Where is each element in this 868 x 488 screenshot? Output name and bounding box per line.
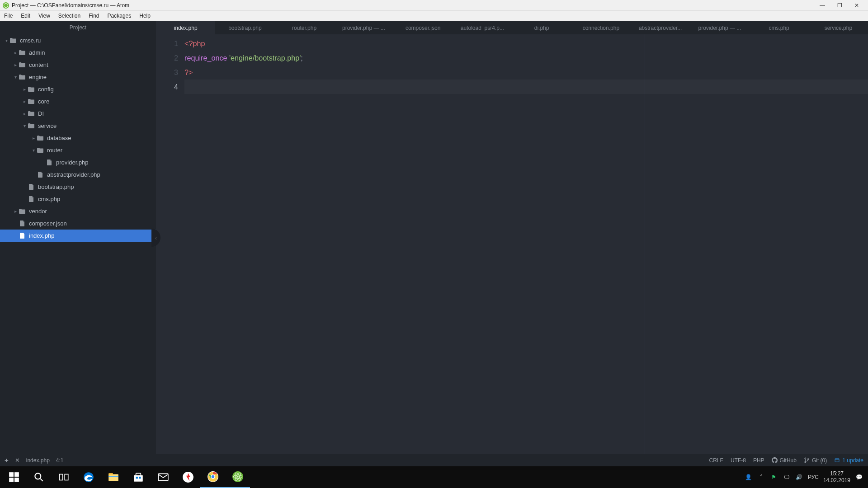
tray-language[interactable]: РУС [808, 474, 819, 480]
tab-abstractprovider-[interactable]: abstractprovider... [631, 21, 690, 34]
svg-rect-18 [139, 477, 141, 479]
folder-icon [18, 208, 26, 215]
taskbar-chrome[interactable] [200, 466, 225, 488]
menu-find[interactable]: Find [85, 11, 103, 21]
tree-item-service[interactable]: service [0, 120, 156, 132]
tree-item-vendor[interactable]: vendor [0, 205, 156, 217]
menu-packages[interactable]: Packages [104, 11, 136, 21]
taskbar-mail[interactable] [151, 466, 175, 488]
chevron-icon[interactable] [22, 99, 27, 104]
project-panel-header: Project [0, 21, 156, 33]
window-title: Project — C:\OSPanel\domains\cmse.ru — A… [12, 2, 814, 9]
tab-router-php[interactable]: router.php [275, 21, 334, 34]
tab-autoload-psr4-p-[interactable]: autoload_psr4.p... [453, 21, 512, 34]
tree-item-di[interactable]: DI [0, 108, 156, 120]
tree-item-label: DI [38, 110, 44, 117]
tab-provider-php-[interactable]: provider.php — ... [334, 21, 393, 34]
add-file-button[interactable]: + [5, 456, 9, 464]
wrap-guide [645, 34, 645, 454]
tray-notifications-icon[interactable]: 💬 [855, 474, 863, 480]
chevron-icon[interactable] [13, 50, 18, 55]
tree-item-composer-json[interactable]: composer.json [0, 217, 156, 230]
chevron-icon[interactable] [22, 123, 27, 128]
tree-item-admin[interactable]: admin [0, 47, 156, 59]
file-icon [18, 220, 26, 227]
window-close-button[interactable]: ✕ [848, 0, 865, 11]
tree-item-config[interactable]: config [0, 83, 156, 95]
code-token: ?> [184, 68, 193, 76]
tab-bootstrap-php[interactable]: bootstrap.php [215, 21, 274, 34]
taskbar-store[interactable] [126, 466, 151, 488]
tree-item-cms-php[interactable]: cms.php [0, 193, 156, 205]
taskbar-yandex[interactable] [175, 466, 200, 488]
tree-item-index-php[interactable]: index.php [0, 230, 156, 242]
tree-item-cmse-ru[interactable]: cmse.ru [0, 34, 156, 47]
tray-clock[interactable]: 15:27 14.02.2019 [823, 470, 850, 484]
search-button[interactable] [26, 466, 51, 488]
chevron-icon[interactable] [31, 136, 36, 141]
chevron-icon[interactable] [13, 209, 18, 214]
status-encoding[interactable]: UTF-8 [731, 457, 746, 464]
tray-volume-icon[interactable]: 🔊 [795, 474, 803, 480]
chevron-icon[interactable] [13, 75, 18, 80]
taskbar-atom[interactable] [225, 466, 250, 488]
chevron-icon[interactable] [4, 38, 9, 43]
tab-di-php[interactable]: di.php [512, 21, 571, 34]
editor[interactable]: 1 2 3 4 <?php require_once 'engine/boots… [156, 34, 868, 454]
svg-point-8 [35, 473, 41, 479]
tree-item-label: index.php [29, 232, 54, 239]
taskbar-explorer[interactable] [101, 466, 126, 488]
workspace: Project cmse.ruadmincontentengineconfigc… [0, 21, 868, 454]
tree-item-provider-php[interactable]: provider.php [0, 156, 156, 169]
folder-icon [9, 37, 17, 44]
code-area[interactable]: <?php require_once 'engine/bootstrap.php… [184, 34, 868, 454]
chevron-icon[interactable] [31, 148, 36, 153]
tree-item-router[interactable]: router [0, 144, 156, 156]
tree-item-database[interactable]: database [0, 132, 156, 144]
tree-item-abstractprovider-php[interactable]: abstractprovider.php [0, 169, 156, 181]
tree-item-label: admin [29, 49, 45, 56]
tree-item-core[interactable]: core [0, 95, 156, 108]
status-cursor[interactable]: 4:1 [56, 457, 64, 464]
menu-file[interactable]: File [0, 11, 17, 21]
tab-composer-json[interactable]: composer.json [393, 21, 453, 34]
tray-network-icon[interactable]: 🖵 [783, 474, 791, 480]
tree-item-bootstrap-php[interactable]: bootstrap.php [0, 181, 156, 193]
tree-item-engine[interactable]: engine [0, 71, 156, 83]
taskbar-edge[interactable] [76, 466, 101, 488]
tab-index-php[interactable]: index.php [156, 21, 215, 34]
status-git-label: Git (0) [812, 457, 827, 464]
folder-icon [27, 122, 35, 130]
chevron-icon[interactable] [22, 87, 27, 92]
window-minimize-button[interactable]: — [814, 0, 831, 11]
menu-view[interactable]: View [34, 11, 54, 21]
task-view-button[interactable] [51, 466, 76, 488]
menu-edit[interactable]: Edit [17, 11, 34, 21]
tree-item-content[interactable]: content [0, 59, 156, 71]
file-tree[interactable]: cmse.ruadmincontentengineconfigcoreDIser… [0, 33, 156, 454]
file-icon [18, 232, 26, 239]
status-file[interactable]: index.php [26, 457, 50, 464]
status-update[interactable]: 1 update [834, 457, 863, 464]
close-file-button[interactable]: ✕ [15, 457, 20, 464]
start-button[interactable] [1, 466, 26, 488]
status-eol[interactable]: CRLF [709, 457, 723, 464]
svg-point-24 [211, 475, 214, 479]
tray-flag-icon[interactable]: ⚑ [770, 474, 778, 480]
status-git[interactable]: Git (0) [804, 457, 827, 464]
tray-chevron-up-icon[interactable]: ˄ [757, 474, 765, 480]
tree-item-label: content [29, 61, 48, 68]
tab-connection-php[interactable]: connection.php [571, 21, 631, 34]
chevron-icon[interactable] [22, 111, 27, 116]
chevron-icon[interactable] [13, 62, 18, 67]
tray-people-icon[interactable]: 👤 [745, 474, 753, 480]
status-github[interactable]: GitHub [772, 457, 797, 464]
status-language[interactable]: PHP [753, 457, 764, 464]
svg-rect-19 [158, 474, 168, 480]
tab-service-php[interactable]: service.php [809, 21, 868, 34]
window-restore-button[interactable]: ❐ [831, 0, 848, 11]
menu-help[interactable]: Help [135, 11, 155, 21]
tab-provider-php-[interactable]: provider.php — ... [690, 21, 749, 34]
tab-cms-php[interactable]: cms.php [750, 21, 809, 34]
menu-selection[interactable]: Selection [54, 11, 85, 21]
